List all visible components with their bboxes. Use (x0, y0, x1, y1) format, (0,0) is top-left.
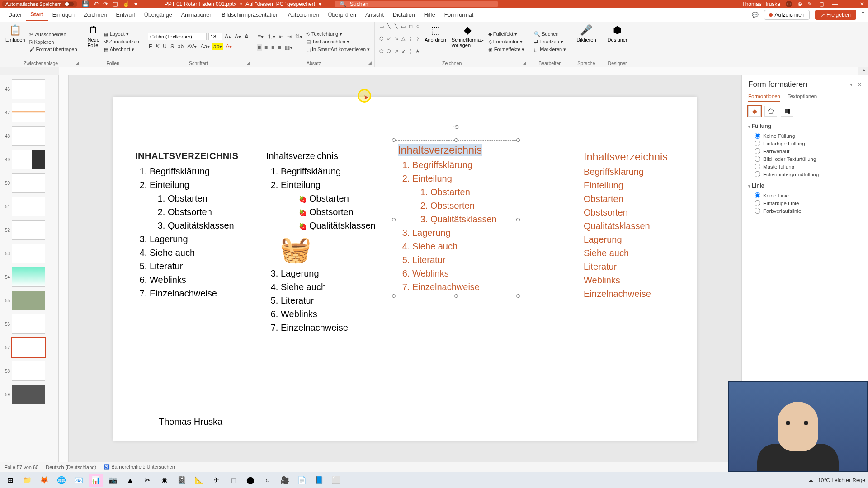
new-slide-button[interactable]: 🗒Neue Folie (86, 23, 101, 60)
thumb-47[interactable]: 47 (0, 101, 58, 124)
tab-formformat[interactable]: Formformat (440, 9, 478, 21)
ruler-vertical[interactable] (59, 75, 69, 462)
section-fill[interactable]: Füllung (748, 123, 862, 129)
radio-no-line[interactable]: Keine Linie (748, 192, 862, 199)
user-name[interactable]: Thomas Hruska (742, 1, 780, 7)
coming-soon-icon[interactable]: ⊕ (797, 1, 802, 7)
powerpoint-icon[interactable]: 📊 (89, 474, 103, 487)
ribbon-options-icon[interactable]: ▢ (817, 1, 826, 7)
radio-no-fill[interactable]: Keine Füllung (748, 132, 862, 140)
zoom-icon[interactable]: 🎥 (278, 474, 292, 487)
weather-text[interactable]: 10°C Leichter Rege (818, 477, 865, 483)
format-painter-button[interactable]: 🖌 Format übertragen (28, 46, 78, 52)
thumb-57[interactable]: 57 (0, 336, 58, 359)
font-name-input[interactable] (148, 33, 207, 40)
vlc-icon[interactable]: ▲ (123, 474, 137, 487)
indent-icon[interactable]: ⇥ (286, 33, 292, 40)
shadow-icon[interactable]: S (170, 43, 175, 50)
font-size-input[interactable] (208, 33, 222, 40)
share-button[interactable]: ↗ Freigeben (815, 10, 856, 20)
close-icon[interactable]: ✕ (858, 1, 866, 7)
paste-button[interactable]: 📋Einfügen (4, 23, 27, 60)
thumb-50[interactable]: 50 (0, 171, 58, 195)
maximize-icon[interactable]: ◻ (844, 1, 853, 7)
designer-button[interactable]: ⬢Designer (606, 23, 629, 60)
copy-button[interactable]: ⎘ Kopieren (28, 39, 78, 45)
radio-slide-bg-fill[interactable]: Folienhintergrundfüllung (748, 170, 862, 178)
tab-ueberpruefen[interactable]: Überprüfen (323, 9, 361, 21)
save-icon[interactable]: 💾 (82, 0, 89, 7)
snip-icon[interactable]: ✂ (140, 474, 155, 487)
record-button[interactable]: Aufzeichnen (764, 10, 810, 20)
cut-button[interactable]: ✂ Ausschneiden (28, 31, 78, 38)
user-avatar[interactable]: TH (786, 1, 792, 7)
tab-animationen[interactable]: Animationen (177, 9, 217, 21)
pane-tab-textoptions[interactable]: Textoptionen (788, 94, 817, 102)
radio-solid-fill[interactable]: Einfarbige Füllung (748, 140, 862, 147)
textbox-3-selected[interactable]: ⟲ Inhaltsverzeichnis Begriffsklärung Ein… (394, 140, 518, 296)
tab-zeichnen[interactable]: Zeichnen (79, 9, 111, 21)
chrome-icon[interactable]: 🌐 (54, 474, 69, 487)
rotate-handle-icon[interactable]: ⟲ (453, 122, 459, 132)
firefox-icon[interactable]: 🦊 (37, 474, 52, 487)
ruler-horizontal[interactable]: ▴ (59, 67, 858, 75)
textbox-1[interactable]: INHALTSVERZEICHNIS Begriffsklärung Einte… (135, 149, 239, 300)
shapes-gallery[interactable]: ▭╲╲▭◻○ ⬡↙↘△{} ⬠⬡↗↙(★ (378, 23, 421, 60)
strike-icon[interactable]: ab (177, 43, 184, 50)
section-line[interactable]: Linie (748, 183, 862, 189)
highlight-icon[interactable]: ab▾ (212, 43, 223, 50)
obs-icon[interactable]: ⬤ (243, 474, 258, 487)
tab-datei[interactable]: Datei (4, 9, 26, 21)
thumb-55[interactable]: 55 (0, 289, 58, 312)
undo-icon[interactable]: ↶ (94, 0, 99, 7)
app2-icon[interactable]: ◻ (226, 474, 241, 487)
bullets-icon[interactable]: ≡▾ (257, 33, 264, 40)
thumb-49[interactable]: 49 (0, 148, 58, 171)
slide-canvas[interactable]: ➤ INHALTSVERZEICHNIS Begriffsklärung Ein… (69, 75, 741, 462)
tab-uebergaenge[interactable]: Übergänge (140, 9, 177, 21)
accessibility-status[interactable]: ♿ Barrierefreiheit: Untersuchen (104, 464, 175, 470)
search-box[interactable]: 🔍 Suchen (335, 1, 498, 7)
quickstyles-button[interactable]: ◆Schnellformat- vorlagen (450, 23, 486, 60)
replace-button[interactable]: ⇄ Ersetzen ▾ (533, 38, 567, 45)
align-center-icon[interactable]: ≡ (264, 44, 269, 51)
pane-dropdown-icon[interactable]: ▾ (850, 81, 853, 88)
shape-outline-button[interactable]: ◇ Formkontur ▾ (487, 38, 526, 45)
justify-icon[interactable]: ≡ (277, 44, 282, 51)
comments-icon[interactable]: 💬 (752, 12, 759, 18)
select-button[interactable]: ⬚ Markieren ▾ (533, 46, 567, 53)
fill-line-icon[interactable]: ◆ (748, 106, 761, 117)
collapse-ribbon-icon[interactable]: ˅ (862, 12, 864, 18)
radio-gradient-line[interactable]: Farbverlaufslinie (748, 207, 862, 215)
font-color-icon[interactable]: A▾ (225, 43, 233, 50)
autosave-toggle[interactable]: Automatisches Speichern (2, 1, 77, 7)
minimize-icon[interactable]: — (831, 1, 839, 7)
tab-aufzeichnen[interactable]: Aufzeichnen (283, 9, 324, 21)
arrange-button[interactable]: ⬚Anordnen (423, 23, 448, 60)
radio-solid-line[interactable]: Einfarbige Linie (748, 199, 862, 207)
pane-tab-formoptions[interactable]: Formoptionen (748, 94, 780, 102)
italic-icon[interactable]: K (155, 43, 160, 50)
tab-dictation[interactable]: Dictation (388, 9, 420, 21)
thumb-52[interactable]: 52 (0, 218, 58, 242)
thumb-51[interactable]: 51 (0, 195, 58, 218)
greenshot-icon[interactable]: 📷 (106, 474, 120, 487)
thumb-58[interactable]: 58 (0, 359, 58, 383)
redo-icon[interactable]: ↷ (103, 0, 108, 7)
tab-ansicht[interactable]: Ansicht (361, 9, 388, 21)
outlook-icon[interactable]: 📧 (71, 474, 86, 487)
slide-counter[interactable]: Folie 57 von 60 (5, 465, 38, 470)
explorer-icon[interactable]: 📁 (20, 474, 34, 487)
textbox-4[interactable]: Inhaltsverzeichnis Begriffsklärung Einte… (584, 149, 668, 300)
thumb-53[interactable]: 53 (0, 242, 58, 265)
dictate-button[interactable]: 🎤Diktieren (575, 23, 598, 60)
pane-close-icon[interactable]: ✕ (857, 81, 862, 88)
size-props-icon[interactable]: ▦ (781, 106, 793, 117)
shape-effects-button[interactable]: ◉ Formeffekte ▾ (487, 46, 526, 53)
language-status[interactable]: Deutsch (Deutschland) (46, 465, 96, 470)
effects-icon[interactable]: ⬠ (764, 106, 777, 117)
reset-button[interactable]: ↺ Zurücksetzen (103, 38, 140, 45)
layout-button[interactable]: ▦ Layout ▾ (103, 31, 140, 38)
smartart-button[interactable]: ⬚ In SmartArt konvertieren ▾ (305, 46, 371, 53)
tab-entwurf[interactable]: Entwurf (111, 9, 139, 21)
